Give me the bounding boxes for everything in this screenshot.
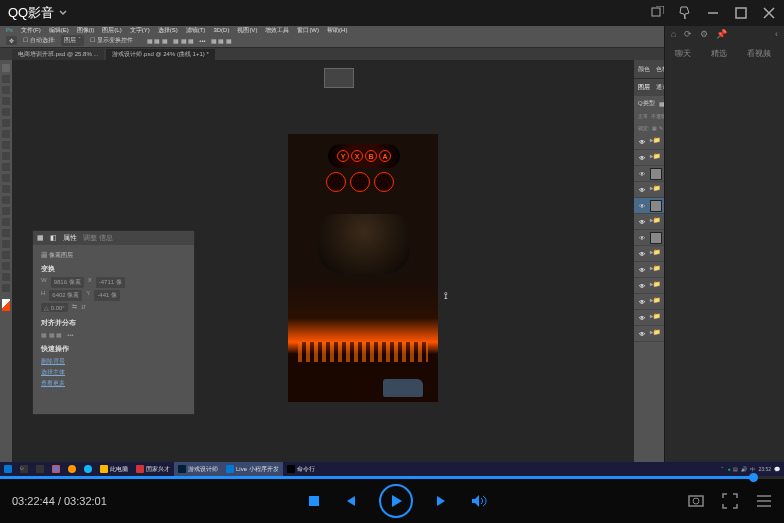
menu-type[interactable]: 文字(Y) bbox=[130, 26, 150, 35]
snapshot-button[interactable] bbox=[688, 493, 704, 509]
gear-icon[interactable]: ⚙ bbox=[700, 29, 708, 39]
tb-ps[interactable]: 游戏设计师 bbox=[174, 462, 222, 476]
tray-ime-icon[interactable]: 中 bbox=[750, 466, 755, 472]
stop-button[interactable] bbox=[307, 494, 321, 508]
visibility-icon[interactable]: 👁 bbox=[638, 218, 646, 226]
visibility-icon[interactable]: 👁 bbox=[638, 298, 646, 306]
search-button[interactable]: ○ bbox=[16, 462, 32, 476]
menu-image[interactable]: 图像(I) bbox=[77, 26, 95, 35]
home-icon[interactable]: ⌂ bbox=[671, 29, 676, 39]
tray-up-icon[interactable]: ˄ bbox=[721, 466, 724, 472]
tool-hand[interactable] bbox=[2, 273, 10, 281]
visibility-icon[interactable]: 👁 bbox=[638, 234, 646, 242]
tool-shape[interactable] bbox=[2, 262, 10, 270]
share-icon[interactable] bbox=[650, 6, 664, 20]
menu-3d[interactable]: 3D(D) bbox=[213, 27, 229, 33]
refresh-icon[interactable]: ⟳ bbox=[684, 29, 692, 39]
tool-pen[interactable] bbox=[2, 229, 10, 237]
tool-zoom[interactable] bbox=[2, 284, 10, 292]
tray-clock[interactable]: 23:52 bbox=[758, 466, 771, 472]
tb-cmd[interactable]: 命令行 bbox=[283, 462, 319, 476]
visibility-icon[interactable]: 👁 bbox=[638, 154, 646, 162]
visibility-icon[interactable]: 👁 bbox=[638, 186, 646, 194]
layers-kind-icon[interactable]: Q类型 bbox=[638, 99, 655, 108]
start-button[interactable] bbox=[0, 462, 16, 476]
tb-firefox[interactable] bbox=[64, 462, 80, 476]
ps-tab-1[interactable]: 电商培训开班.psd @ 25.8% ... bbox=[12, 49, 104, 60]
tool-stamp[interactable] bbox=[2, 163, 10, 171]
menu-edit[interactable]: 编辑(E) bbox=[49, 26, 69, 35]
tool-brush[interactable] bbox=[2, 152, 10, 160]
visibility-icon[interactable]: 👁 bbox=[638, 202, 646, 210]
opt-layer-dd[interactable]: 图层 ˅ bbox=[61, 35, 84, 46]
tool-eyedropper[interactable] bbox=[2, 130, 10, 138]
visibility-icon[interactable]: 👁 bbox=[638, 282, 646, 290]
tray-net-icon[interactable]: ▤ bbox=[733, 466, 738, 472]
taskview-button[interactable] bbox=[32, 462, 48, 476]
menu-filter[interactable]: 滤镜(T) bbox=[186, 26, 206, 35]
progress-bar[interactable] bbox=[0, 476, 784, 479]
navigator-thumb[interactable] bbox=[324, 68, 354, 88]
tool-gradient[interactable] bbox=[2, 196, 10, 204]
opt-move-tool[interactable]: ✥ bbox=[6, 36, 17, 45]
visibility-icon[interactable]: 👁 bbox=[638, 250, 646, 258]
tab-layers[interactable]: 图层 bbox=[638, 83, 650, 92]
tool-crop[interactable] bbox=[2, 108, 10, 116]
menu-window[interactable]: 窗口(W) bbox=[297, 26, 319, 35]
progress-thumb[interactable] bbox=[749, 473, 758, 482]
visibility-icon[interactable]: 👁 bbox=[638, 314, 646, 322]
qq-tab-featured[interactable]: 精选 bbox=[711, 48, 727, 59]
tool-marquee[interactable] bbox=[2, 75, 10, 83]
props-remove-bg[interactable]: 删除背景 bbox=[41, 357, 186, 366]
props-view-more[interactable]: 查看更多 bbox=[41, 379, 186, 388]
pin2-icon[interactable]: 📌 bbox=[716, 29, 727, 39]
menu-file[interactable]: 文件(F) bbox=[21, 26, 41, 35]
qq-tab-video[interactable]: 看视频 bbox=[747, 48, 771, 59]
tb-qq[interactable] bbox=[80, 462, 96, 476]
playlist-button[interactable] bbox=[756, 493, 772, 509]
minimize-icon[interactable] bbox=[706, 6, 720, 20]
blend-mode-dd[interactable]: 正常 bbox=[638, 113, 648, 119]
menu-help[interactable]: 帮助(H) bbox=[327, 26, 347, 35]
tray-wechat-icon[interactable]: ● bbox=[727, 466, 730, 472]
app-title[interactable]: QQ影音 bbox=[8, 4, 68, 22]
props-tab-adjust[interactable]: 调整 信息 bbox=[83, 233, 113, 243]
ps-canvas[interactable]: Y X B A bbox=[288, 134, 438, 402]
tb-explorer[interactable]: 此电脑 bbox=[96, 462, 132, 476]
qq-tab-chat[interactable]: 聊天 bbox=[675, 48, 691, 59]
tray-notify-icon[interactable]: 💬 bbox=[774, 466, 780, 472]
tray-vol-icon[interactable]: 🔊 bbox=[741, 466, 747, 472]
ps-tab-2[interactable]: 游戏设计师.psd @ 24% (曲线 1+1) * bbox=[106, 49, 214, 60]
tool-type[interactable] bbox=[2, 240, 10, 248]
tb-live[interactable]: Live 小程序开发 bbox=[222, 462, 283, 476]
visibility-icon[interactable]: 👁 bbox=[638, 170, 646, 178]
props-tab-properties[interactable]: 属性 bbox=[63, 233, 77, 243]
fullscreen-button[interactable] bbox=[722, 493, 738, 509]
visibility-icon[interactable]: 👁 bbox=[638, 266, 646, 274]
next-button[interactable] bbox=[435, 494, 449, 508]
sidebar-close-icon[interactable]: ‹ bbox=[775, 29, 778, 39]
tb-chrome[interactable] bbox=[48, 462, 64, 476]
menu-select[interactable]: 选择(S) bbox=[158, 26, 178, 35]
props-x-input[interactable]: -4711 像 bbox=[96, 277, 125, 288]
tool-eraser[interactable] bbox=[2, 185, 10, 193]
props-y-input[interactable]: -441 像 bbox=[94, 290, 120, 301]
maximize-icon[interactable] bbox=[734, 6, 748, 20]
props-select-subject[interactable]: 选择主体 bbox=[41, 368, 186, 377]
tool-frame[interactable] bbox=[2, 119, 10, 127]
tb-app1[interactable]: 国家兴才 bbox=[132, 462, 174, 476]
tool-history[interactable] bbox=[2, 174, 10, 182]
visibility-icon[interactable]: 👁 bbox=[638, 330, 646, 338]
tool-path[interactable] bbox=[2, 251, 10, 259]
tool-dodge[interactable] bbox=[2, 218, 10, 226]
tool-wand[interactable] bbox=[2, 97, 10, 105]
properties-panel[interactable]: ▦ ◧ 属性 调整 信息 ▦ 像素图层 变换 W 9816 像素 X -4711… bbox=[32, 230, 195, 415]
visibility-icon[interactable]: 👁 bbox=[638, 138, 646, 146]
props-w-input[interactable]: 9816 像素 bbox=[51, 277, 84, 288]
menu-view[interactable]: 视图(V) bbox=[237, 26, 257, 35]
props-align-icons[interactable]: ▦ ▦ ▦ ••• bbox=[41, 331, 186, 338]
tool-colors[interactable] bbox=[2, 299, 10, 311]
tool-heal[interactable] bbox=[2, 141, 10, 149]
tab-color[interactable]: 颜色 bbox=[638, 65, 650, 74]
tool-move[interactable] bbox=[2, 64, 10, 72]
